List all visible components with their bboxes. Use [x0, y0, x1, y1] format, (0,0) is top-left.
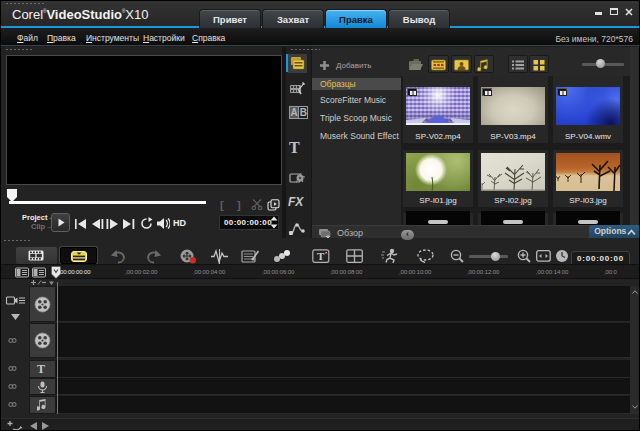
svg-text:T: T: [317, 250, 325, 262]
